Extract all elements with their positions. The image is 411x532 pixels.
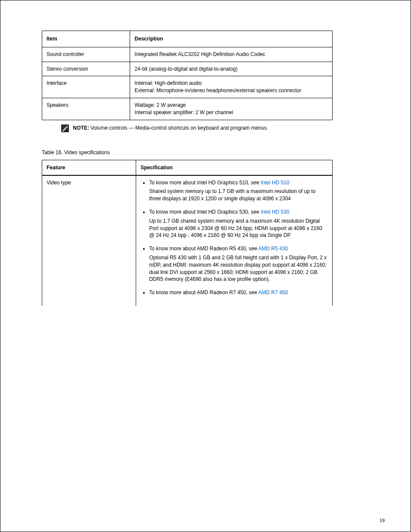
row-desc-line: Wattage: 2 W average bbox=[134, 102, 328, 109]
bullet-para: Shared system memory up to 1.7 GB with a… bbox=[149, 188, 328, 202]
bullet-para: Up to 1.7 GB shared system memory and a … bbox=[149, 218, 328, 239]
bullet-title: To know more about AMD Radeon R5 430, se… bbox=[149, 246, 257, 252]
table-row: Speakers Wattage: 2 W average Internal s… bbox=[42, 98, 333, 120]
table-row: Stereo conversion 24-bit (analog-to-digi… bbox=[42, 62, 333, 76]
row-label: Speakers bbox=[42, 98, 130, 120]
table-row: Sound controller Integrated Realtek ALC3… bbox=[42, 47, 333, 62]
note-label: NOTE: bbox=[73, 125, 89, 131]
bullet-title: To know more about Intel HD Graphics 530… bbox=[149, 209, 259, 215]
table-row: Interface Internal: High-definition audi… bbox=[42, 76, 333, 98]
table-header-spec: Specification bbox=[136, 160, 333, 175]
bullet-title: To know more about AMD Radeon R7 450, se… bbox=[149, 289, 257, 296]
list-item: To know more about Intel HD Graphics 510… bbox=[149, 179, 328, 202]
note-text-wrap: NOTE: Volume controls — Media-control sh… bbox=[73, 124, 325, 132]
list-item: To know more about Intel HD Graphics 530… bbox=[149, 208, 328, 239]
row-desc: 24-bit (analog-to-digital and digital-to… bbox=[130, 62, 333, 76]
table-header-feature: Feature bbox=[42, 160, 136, 175]
note: NOTE: Volume controls — Media-control sh… bbox=[61, 124, 333, 132]
note-body: Volume controls — Media-control shortcut… bbox=[90, 125, 268, 131]
video-type-list: To know more about Intel HD Graphics 510… bbox=[140, 179, 328, 296]
table-row: Video type To know more about Intel HD G… bbox=[42, 175, 333, 306]
row-desc: Integrated Realtek ALC3202 High Definiti… bbox=[130, 47, 333, 62]
bullet-link[interactable]: Intel HD 510 bbox=[261, 180, 290, 186]
row-label: Sound controller bbox=[42, 47, 130, 62]
bullet-link[interactable]: AMD R5 430 bbox=[258, 246, 288, 252]
row-desc-line: External: Microphone-in/stereo headphone… bbox=[134, 87, 328, 94]
list-item: To know more about AMD Radeon R5 430, se… bbox=[149, 245, 328, 283]
audio-spec-table: Item Description Sound controller Integr… bbox=[42, 31, 333, 120]
bullet-link[interactable]: AMD R7 450 bbox=[258, 289, 288, 296]
page-number: 19 bbox=[380, 518, 385, 523]
table-header-desc: Description bbox=[130, 31, 333, 47]
row-label: Interface bbox=[42, 76, 130, 98]
bullet-title: To know more about Intel HD Graphics 510… bbox=[149, 180, 259, 186]
table-header-item: Item bbox=[42, 31, 130, 47]
row-desc: Wattage: 2 W average Internal speaker am… bbox=[130, 98, 333, 120]
list-item: To know more about AMD Radeon R7 450, se… bbox=[149, 289, 328, 296]
bullet-link[interactable]: Intel HD 530 bbox=[261, 209, 290, 215]
row-spec: To know more about Intel HD Graphics 510… bbox=[136, 175, 333, 306]
video-spec-table: Feature Specification Video type To know… bbox=[42, 160, 333, 306]
row-desc-line: Internal: High-definition audio bbox=[134, 80, 328, 87]
row-label: Video type bbox=[42, 175, 136, 306]
table-caption: Table 16. Video specifications bbox=[42, 149, 374, 156]
bullet-para: Optional R5 430 with 1 GB and 2 GB full … bbox=[149, 254, 328, 283]
table-header-row: Item Description bbox=[42, 31, 333, 47]
row-label: Stereo conversion bbox=[42, 62, 130, 76]
row-desc-line: Internal speaker amplifier: 2 W per chan… bbox=[134, 109, 328, 116]
note-icon bbox=[61, 124, 69, 132]
table-header-row: Feature Specification bbox=[42, 160, 333, 175]
row-desc: Internal: High-definition audio External… bbox=[130, 76, 333, 98]
